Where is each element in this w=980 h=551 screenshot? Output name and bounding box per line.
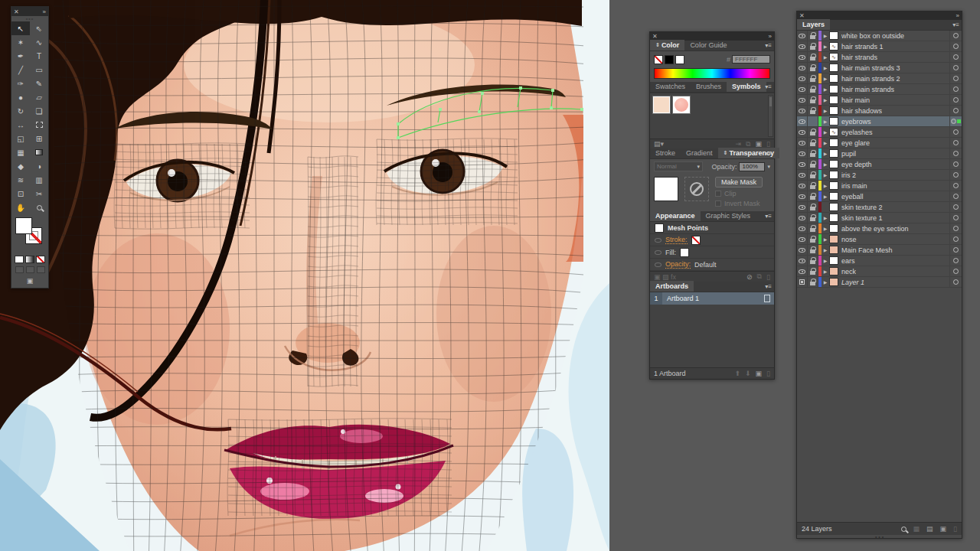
layer-row[interactable]: ▶above the eye section <box>797 223 962 234</box>
target-circle-icon[interactable] <box>953 172 959 178</box>
layer-row[interactable]: ▶neck <box>797 266 962 277</box>
lock-icon[interactable] <box>810 46 815 50</box>
stroke-visibility-eye-icon[interactable] <box>655 238 662 243</box>
tab-stroke[interactable]: Stroke <box>650 148 681 158</box>
visibility-eye-icon[interactable] <box>799 227 805 231</box>
layer-name[interactable]: hair main strands 3 <box>841 64 900 72</box>
selection-tool[interactable]: ↖ <box>11 21 30 35</box>
fill-swatch-white[interactable] <box>15 217 32 234</box>
delete-symbol-icon[interactable]: ▯ <box>766 140 770 148</box>
visibility-eye-icon[interactable] <box>799 55 805 60</box>
layer-name[interactable]: neck <box>841 268 856 276</box>
layer-row[interactable]: ▶ears <box>797 256 962 266</box>
lock-icon[interactable] <box>810 78 815 82</box>
layer-thumbnail[interactable] <box>829 267 838 276</box>
layer-thumbnail[interactable] <box>829 96 838 104</box>
expand-triangle-icon[interactable]: ▶ <box>822 226 829 231</box>
artboard-row[interactable]: 1 Artboard 1 <box>650 292 774 305</box>
layer-name[interactable]: hair shadows <box>841 107 882 115</box>
target-circle-icon[interactable] <box>953 236 959 242</box>
target-circle-icon[interactable] <box>953 140 959 145</box>
lock-icon[interactable] <box>810 174 815 178</box>
color-mode-button[interactable] <box>15 256 24 263</box>
expand-triangle-icon[interactable]: ▶ <box>822 65 829 70</box>
target-circle-icon[interactable] <box>953 279 959 285</box>
clear-appearance-icon[interactable]: ⊘ <box>746 273 753 281</box>
lock-icon[interactable] <box>810 67 815 71</box>
lock-icon[interactable] <box>810 132 815 135</box>
lock-icon[interactable] <box>810 196 815 200</box>
layer-row[interactable]: ▶hair main strands 3 <box>797 63 962 73</box>
layer-name[interactable]: hair main <box>841 96 870 104</box>
eyedropper-tool[interactable]: ◆ <box>11 159 30 173</box>
paintbrush-tool[interactable]: ✑ <box>11 77 30 90</box>
lasso-tool[interactable]: ∿ <box>30 35 48 49</box>
artboard-name[interactable]: Artboard 1 <box>662 295 699 302</box>
opacity-dropdown-arrow-icon[interactable]: ▾ <box>767 164 770 170</box>
layer-thumbnail[interactable] <box>829 160 838 168</box>
lock-icon[interactable] <box>810 153 815 157</box>
draw-behind-mode-button[interactable] <box>26 266 34 273</box>
expand-triangle-icon[interactable]: ▶ <box>822 247 829 253</box>
expand-triangle-icon[interactable]: ▶ <box>822 86 829 92</box>
expand-triangle-icon[interactable]: ▶ <box>822 44 829 49</box>
layer-row[interactable]: ▶pupil <box>797 148 962 159</box>
layer-thumbnail[interactable] <box>829 31 838 40</box>
tab-appearance[interactable]: Appearance <box>650 210 701 221</box>
lock-icon[interactable] <box>810 89 815 93</box>
lock-icon[interactable] <box>810 35 815 39</box>
color-spectrum-bar[interactable] <box>654 68 770 79</box>
tools-close-icon[interactable]: ✕ <box>14 8 19 15</box>
layer-row[interactable]: ▶nose <box>797 234 962 245</box>
layer-row[interactable]: ▶eye depth <box>797 159 962 170</box>
target-circle-icon[interactable] <box>953 97 959 103</box>
layer-name[interactable]: pupil <box>841 150 856 158</box>
layer-row[interactable]: ▶hair main strands <box>797 84 962 95</box>
layers-panel-menu-icon[interactable]: ▾≡ <box>952 21 959 28</box>
invert-mask-checkbox[interactable] <box>715 201 721 207</box>
target-circle-icon[interactable] <box>953 183 959 188</box>
visibility-eye-icon[interactable] <box>799 119 805 124</box>
pencil-tool[interactable]: ✎ <box>30 77 48 90</box>
lock-icon[interactable] <box>810 207 815 210</box>
move-artboard-down-icon[interactable]: ⬇ <box>745 370 751 377</box>
lock-icon[interactable] <box>810 57 815 60</box>
blend-tool[interactable]: ◑ <box>30 159 48 173</box>
move-artboard-up-icon[interactable]: ⬆ <box>734 370 740 377</box>
layer-name[interactable]: above the eye section <box>841 225 909 233</box>
expand-triangle-icon[interactable]: ▶ <box>822 194 829 199</box>
layer-thumbnail[interactable] <box>829 181 838 190</box>
tab-brushes[interactable]: Brushes <box>691 81 727 92</box>
line-segment-tool[interactable]: ╱ <box>11 63 30 77</box>
gradient-mode-button[interactable] <box>25 256 34 263</box>
layer-name[interactable]: ears <box>841 257 855 265</box>
layer-name[interactable]: hair strands 1 <box>841 43 884 51</box>
direct-selection-tool[interactable]: ⇖ <box>30 21 48 35</box>
gradient-tool[interactable] <box>30 145 48 159</box>
layer-row[interactable]: ▶eye glare <box>797 138 962 148</box>
target-circle-icon[interactable] <box>951 119 956 124</box>
make-clipping-mask-icon[interactable]: ▦ <box>913 525 920 533</box>
fill-visibility-eye-icon[interactable] <box>655 250 662 255</box>
expand-triangle-icon[interactable]: ▶ <box>822 236 829 242</box>
symbol-libraries-menu-icon[interactable]: ▤▾ <box>654 140 664 148</box>
draw-normal-mode-button[interactable] <box>15 266 24 273</box>
visibility-eye-icon[interactable] <box>799 248 805 253</box>
symbols-panel-menu-icon[interactable]: ▾≡ <box>765 83 772 90</box>
target-circle-icon[interactable] <box>953 161 959 167</box>
expand-triangle-icon[interactable]: ▶ <box>822 97 829 103</box>
visibility-eye-icon[interactable] <box>799 152 805 156</box>
tools-drag-grip[interactable]: ••• <box>11 16 48 21</box>
clip-checkbox[interactable] <box>715 191 721 197</box>
delete-item-icon[interactable]: ▯ <box>766 273 770 281</box>
none-mode-button[interactable] <box>36 256 45 263</box>
expand-triangle-icon[interactable]: ▶ <box>822 140 829 145</box>
layers-close-icon[interactable]: ✕ <box>799 12 805 19</box>
place-symbol-instance-icon[interactable]: ⇥ <box>736 140 742 148</box>
target-circle-icon[interactable] <box>953 65 959 70</box>
panelgroup-close-icon[interactable]: ✕ <box>652 33 658 40</box>
layer-row[interactable]: ▶hair main strands 2 <box>797 73 962 84</box>
layer-thumbnail[interactable] <box>829 214 838 222</box>
visibility-eye-icon[interactable] <box>799 205 805 210</box>
lock-icon[interactable] <box>810 110 815 114</box>
